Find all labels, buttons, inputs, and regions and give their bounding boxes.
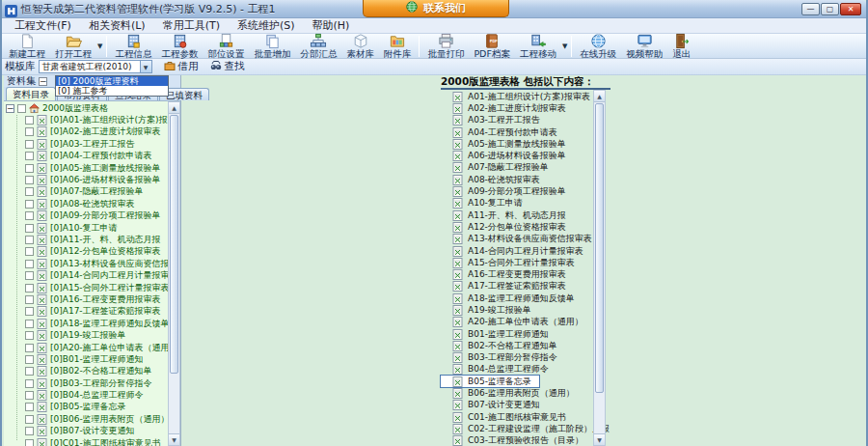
tree-item[interactable]: [0]A16-工程变更费用报审表 <box>4 293 180 305</box>
checkbox[interactable] <box>25 224 34 233</box>
tree-item[interactable]: [0]A13-材料设备供应商资信报审表 <box>4 258 180 269</box>
scrollbar-thumb[interactable] <box>595 103 604 393</box>
chevron-down-icon[interactable] <box>140 61 151 72</box>
list-item[interactable]: A01-施工组织设计(方案)报审表 <box>441 91 598 102</box>
checkbox[interactable] <box>25 295 34 304</box>
tree-item[interactable]: [0]B03-工程部分暂停指令 <box>4 377 180 389</box>
menu-item-2[interactable]: 常用工具(T) <box>154 18 229 33</box>
list-item[interactable]: A20-施工单位申请表（通用） <box>441 317 591 328</box>
checkbox[interactable] <box>25 415 34 424</box>
tree-item[interactable]: [0]C01-施工图纸核审意见书 <box>4 437 180 446</box>
checkbox[interactable] <box>25 140 34 149</box>
contact-us-button[interactable]: 联系我们 <box>363 0 509 17</box>
tree-item[interactable]: [0]A04-工程预付款申请表 <box>4 151 180 162</box>
checkbox[interactable] <box>25 127 34 136</box>
list-item[interactable]: A16-工程变更费用报审表 <box>441 268 574 280</box>
list-item[interactable]: A03-工程开工报告 <box>441 115 548 126</box>
tree-item[interactable]: [0]B07-设计变更通知 <box>4 426 180 437</box>
toolbar-button-0[interactable]: 新建工程 <box>4 34 50 59</box>
tab-0[interactable]: 资料目录 <box>6 87 56 100</box>
list-item[interactable]: A08-砼浇筑报审表 <box>441 174 548 185</box>
toolbar-button-9[interactable]: 附件库 <box>379 34 417 59</box>
scroll-down-icon[interactable] <box>169 433 179 445</box>
scroll-down-icon[interactable] <box>594 433 605 445</box>
checkbox[interactable] <box>25 260 34 268</box>
list-item[interactable]: A09-分部分项工程报验单 <box>441 185 574 197</box>
list-item[interactable]: B05-监理备忘录 <box>441 376 539 387</box>
chevron-down-icon[interactable]: ▼ <box>97 42 102 50</box>
scroll-up-icon[interactable] <box>169 102 179 114</box>
tree-item[interactable]: [0]A18-监理工程师通知反馈单 <box>4 318 180 329</box>
tree-item[interactable]: [0]B05-监理备忘录 <box>4 402 180 413</box>
list-item[interactable]: A17-工程签证索赔报审表 <box>441 281 574 293</box>
tree-item[interactable]: [0]A02-施工进度计划报审表 <box>4 126 180 138</box>
tree-item[interactable]: [0]A17-工程签证索赔报审表 <box>4 306 180 318</box>
toolbar-button-4[interactable]: 工程参数 <box>156 34 203 59</box>
menu-item-4[interactable]: 帮助(H) <box>304 18 359 33</box>
checkbox[interactable] <box>25 379 34 388</box>
list-item[interactable]: A07-隐蔽工程报验单 <box>441 162 556 174</box>
checkbox[interactable] <box>25 152 34 160</box>
list-item[interactable]: A18-监理工程师通知反馈单 <box>441 293 583 304</box>
checkbox[interactable] <box>25 344 34 352</box>
list-item[interactable]: B06-监理用表附页（通用） <box>441 387 583 399</box>
checkbox[interactable] <box>25 236 34 244</box>
checkbox[interactable] <box>25 403 34 411</box>
checkbox[interactable] <box>25 427 34 435</box>
list-item[interactable]: A04-工程预付款申请表 <box>441 126 565 138</box>
scrollbar-thumb[interactable] <box>170 115 178 374</box>
checkbox[interactable] <box>25 211 34 220</box>
checkbox[interactable] <box>25 331 34 340</box>
list-item[interactable]: A06-进场材料设备报验单 <box>441 150 574 161</box>
content-scrollbar[interactable] <box>593 90 606 446</box>
checkbox[interactable] <box>25 307 34 316</box>
tree-item[interactable]: [0]A19-竣工报验单 <box>4 329 180 341</box>
collapse-icon[interactable] <box>39 77 47 86</box>
checkbox[interactable] <box>25 284 34 293</box>
tree-item[interactable]: [0]A10-复工申请 <box>4 222 180 234</box>
checkbox[interactable] <box>25 116 34 125</box>
toolbar-button-17[interactable]: 退出 <box>667 34 695 59</box>
minimize-button[interactable]: — <box>801 3 820 15</box>
tree-item[interactable]: [0]B04-总监理工程师令 <box>4 389 180 401</box>
checkbox[interactable] <box>25 320 34 328</box>
tree-item[interactable]: [0]B01-监理工程师通知 <box>4 353 180 365</box>
list-item[interactable]: B02-不合格工程通知单 <box>441 340 565 351</box>
tree-item[interactable]: [0]A08-砼浇筑报审表 <box>4 198 180 209</box>
toolbar-button-15[interactable]: 在线升级 <box>575 34 621 59</box>
template-library-select[interactable]: 甘肃省建筑工程(2010) <box>39 60 152 73</box>
checkbox[interactable] <box>25 176 34 184</box>
toolbar-button-12[interactable]: PDFPDF档案 <box>469 34 515 59</box>
checkbox[interactable] <box>25 271 34 280</box>
tree-item[interactable]: [0]A01-施工组织设计(方案)报审表 <box>4 114 180 125</box>
tree-item[interactable]: [0]A09-分部分项工程报验单 <box>4 210 180 222</box>
close-button[interactable]: ✕ <box>840 3 861 15</box>
tree-root[interactable]: 2000版监理表格 <box>4 102 180 114</box>
list-item[interactable]: A11-开、料、机动态月报 <box>441 209 574 221</box>
list-item[interactable]: B04-总监理工程师令 <box>441 364 556 376</box>
checkbox[interactable] <box>25 391 34 400</box>
toolbar-button-3[interactable]: 工程信息 <box>110 34 156 59</box>
dataset-option-0[interactable]: [0] 2000版监理资料 <box>56 76 168 86</box>
collapse-icon[interactable] <box>6 104 14 113</box>
tree-item[interactable]: [0]A14-合同内工程月计量报审表 <box>4 269 180 281</box>
list-item[interactable]: A14-合同内工程月计量报审表 <box>441 245 591 257</box>
tree-item[interactable]: [0]A03-工程开工报告 <box>4 138 180 150</box>
find-button[interactable]: 查找 <box>210 60 245 73</box>
tree-item[interactable]: [0]B06-监理用表附页（通用） <box>4 413 180 425</box>
toolbar-button-1[interactable]: 打开工程 <box>50 34 96 59</box>
chevron-down-icon[interactable]: ▼ <box>562 42 567 50</box>
toolbar-button-6[interactable]: 批量增加 <box>249 34 295 59</box>
list-item[interactable]: B07-设计变更通知 <box>441 400 548 411</box>
list-item[interactable]: C01-施工图纸核审意见书 <box>441 411 574 423</box>
maximize-button[interactable]: ▢ <box>821 3 839 15</box>
checkbox[interactable] <box>25 367 34 376</box>
checkbox[interactable] <box>25 247 34 256</box>
tree-item[interactable]: [0]A11-开、料、机动态月报 <box>4 234 180 245</box>
list-item[interactable]: A12-分包单位资格报审表 <box>441 221 574 233</box>
tree-item[interactable]: [0]B02-不合格工程通知单 <box>4 366 180 377</box>
toolbar-button-5[interactable]: 部位设置 <box>203 34 249 59</box>
menu-item-0[interactable]: 工程文件(F) <box>6 18 80 33</box>
checkbox[interactable] <box>17 104 26 113</box>
list-item[interactable]: A02-施工进度计划报审表 <box>441 102 574 114</box>
